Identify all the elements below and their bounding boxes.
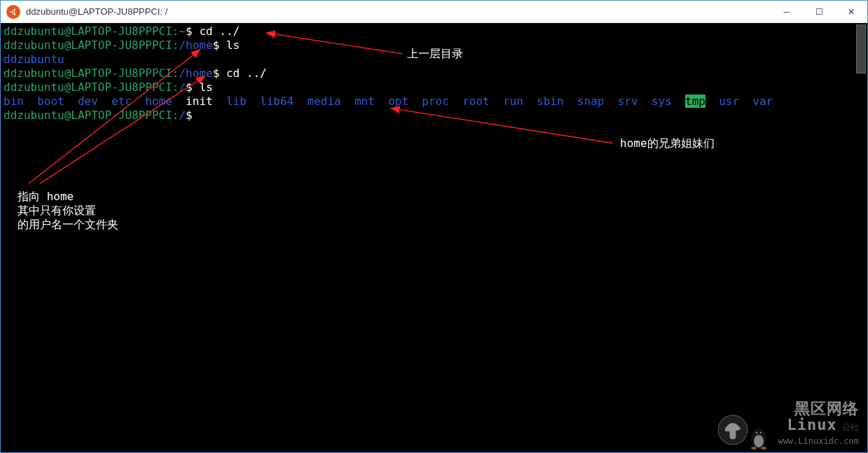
dir-entry: mnt: [354, 95, 375, 108]
prompt-user: ddzubuntu@LAPTOP-JU8PPPCI: [4, 25, 172, 38]
svg-point-15: [761, 447, 766, 449]
dir-entry: srv: [618, 95, 638, 108]
dir-entry: lib64: [260, 95, 294, 108]
prompt-path: /home: [179, 39, 212, 52]
dir-entry: var: [752, 95, 773, 108]
annotation-left: 指向 home 其中只有你设置 的用户名一个文件夹: [18, 190, 118, 232]
terminal-line: ddzubuntu@LAPTOP-JU8PPPCI:/home$ ls: [4, 39, 864, 53]
dir-entry: root: [462, 95, 490, 108]
minimize-button[interactable]: ─: [771, 1, 803, 23]
ubuntu-icon: [6, 5, 20, 19]
dir-entry: proc: [422, 95, 449, 108]
dir-entry: lib: [226, 95, 247, 108]
window-title: ddzubuntu@LAPTOP-JU8PPPCI: /: [26, 6, 771, 17]
prompt-path: /: [179, 109, 186, 122]
penguin-logo: [748, 426, 769, 449]
svg-point-13: [760, 432, 762, 434]
command: ls: [199, 81, 212, 94]
dir-entry: ddzubuntu: [4, 53, 64, 66]
svg-point-3: [14, 13, 15, 14]
dir-entry: sys: [652, 95, 672, 108]
maximize-button[interactable]: ☐: [803, 1, 835, 23]
dir-entry: boot: [37, 95, 64, 108]
scrollbar[interactable]: [856, 25, 866, 74]
svg-rect-9: [730, 430, 736, 439]
dir-entry: opt: [388, 95, 408, 108]
prompt-path: ~: [179, 25, 186, 38]
dir-entry: etc: [111, 95, 132, 108]
svg-point-14: [751, 447, 757, 449]
dir-entry: media: [308, 95, 341, 108]
terminal-window: ddzubuntu@LAPTOP-JU8PPPCI: / ─ ☐ ✕ ddzub…: [0, 0, 868, 453]
dir-entry: usr: [719, 95, 739, 108]
dir-entry: bin: [4, 95, 24, 108]
command: ls: [226, 39, 240, 52]
dir-entry: dev: [78, 95, 98, 108]
ls-output-line: bin boot dev etc home init lib lib64 med…: [4, 95, 864, 109]
terminal-body[interactable]: ddzubuntu@LAPTOP-JU8PPPCI:~$ cd ../ ddzu…: [1, 23, 867, 452]
dir-entry: sbin: [537, 95, 564, 108]
terminal-line: ddzubuntu@LAPTOP-JU8PPPCI:/$ ls: [4, 81, 864, 95]
dir-entry-sticky: tmp: [685, 95, 705, 108]
svg-point-1: [10, 11, 11, 12]
command: cd ../: [199, 25, 240, 38]
command: cd ../: [226, 67, 267, 80]
file-entry: init: [186, 95, 213, 108]
watermark: 黑区网络 Linux 公社 www.Linuxidc.com: [778, 402, 859, 448]
terminal-line: ddzubuntu@LAPTOP-JU8PPPCI:~$ cd ../: [4, 25, 864, 39]
svg-point-2: [14, 8, 15, 10]
prompt-path: /: [179, 81, 186, 94]
annotation-right: home的兄弟姐妹们: [620, 137, 715, 151]
terminal-line: ddzubuntu@LAPTOP-JU8PPPCI:/home$ cd ../: [4, 67, 864, 81]
terminal-line: ddzubuntu@LAPTOP-JU8PPPCI:/$: [4, 109, 864, 123]
dir-entry: snap: [577, 95, 605, 108]
prompt-path: /home: [179, 67, 212, 80]
svg-point-12: [756, 432, 758, 434]
mushroom-logo: [717, 414, 748, 445]
dir-entry: home: [145, 95, 172, 108]
terminal-output: ddzubuntu: [4, 53, 864, 67]
dir-entry: run: [503, 95, 523, 108]
window-titlebar[interactable]: ddzubuntu@LAPTOP-JU8PPPCI: / ─ ☐ ✕: [1, 1, 867, 23]
close-button[interactable]: ✕: [835, 1, 867, 23]
